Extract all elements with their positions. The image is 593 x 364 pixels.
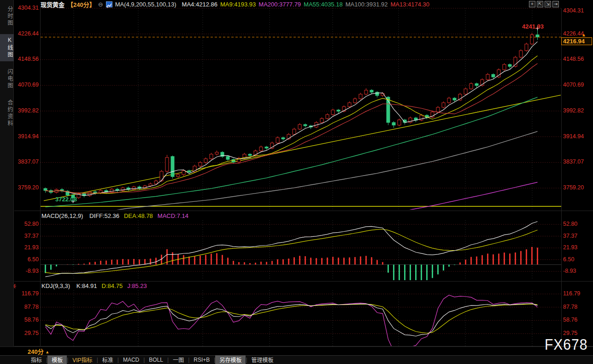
y-axis-label: 4226.44 — [15, 30, 39, 37]
detach-icon[interactable]: ⇥ — [552, 1, 559, 7]
ma-legend-item: MA9:4193.93 — [220, 1, 256, 8]
macd-panel-header: MACD(26,12,9) DIFF:52.36DEA:48.78MACD:7.… — [41, 212, 193, 219]
sidebar-item-lightning-chart[interactable]: 闪电图 — [0, 66, 14, 92]
sidebar-item-time-chart[interactable]: 分时图 — [0, 3, 14, 29]
fx678-watermark: FX678 — [545, 336, 587, 353]
y-axis-label: 3992.82 — [15, 107, 39, 114]
y-axis-label: 6.50 — [15, 256, 39, 263]
y-axis-label: 87.78 — [563, 304, 577, 310]
ma-legend-item: MA55:4035.18 — [304, 1, 343, 8]
scale-right-icon[interactable]: ⇲ — [545, 1, 551, 7]
tab-standard[interactable]: 标准 — [98, 355, 117, 364]
y-axis-label: -8.93 — [15, 268, 39, 274]
y-axis-label: 21.93 — [563, 244, 577, 251]
tab-macd[interactable]: MACD — [119, 356, 143, 364]
scale-left-icon[interactable]: ⇱ — [537, 1, 543, 7]
chart-type-sidebar: 分时图K线图闪电图合约资料 — [0, 0, 14, 346]
y-axis-label: 37.37 — [15, 233, 39, 239]
ma-legend: MA4:4212.86MA9:4193.93MA200:3777.79MA55:… — [179, 0, 429, 8]
instrument-title: 现货黄金 — [41, 0, 65, 9]
indicator-value-label: J:85.23 — [127, 282, 147, 289]
y-axis-label: 29.75 — [15, 330, 39, 336]
sidebar-item-kline-chart[interactable]: K线图 — [0, 34, 14, 61]
tab-rsi-b[interactable]: RSI+B — [189, 356, 214, 364]
chart-canvas[interactable] — [0, 0, 593, 364]
chart-window-controls: +⇱⇲⇥ — [529, 1, 559, 7]
timeframe-arrow-icon: ▲ — [45, 350, 49, 354]
indicator-value-label: D:84.75 — [102, 282, 123, 289]
tab-template[interactable]: 模板 — [47, 355, 67, 364]
timeframe-badge: 【240分】 — [67, 0, 95, 9]
collapse-icon[interactable]: ⊖ — [98, 1, 103, 8]
y-axis-label: 58.76 — [563, 317, 577, 323]
indicator-toolbar: 指标|模板|VIP指标|标准|MACD|BOLL|一图|RSI+B|另存模板|管… — [0, 355, 593, 364]
y-axis-label: 116.79 — [15, 290, 39, 297]
y-axis-label: 116.79 — [563, 290, 580, 297]
y-axis-label: 58.76 — [15, 317, 39, 323]
y-axis-label: 4148.56 — [563, 56, 584, 62]
y-axis-label: 3759.20 — [15, 184, 39, 191]
y-axis-label: 3992.82 — [563, 107, 584, 114]
indicator-value-label: MACD:7.14 — [158, 212, 188, 219]
y-axis-label: 3759.20 — [563, 184, 584, 191]
ma-legend-item: MA200:3777.79 — [258, 1, 301, 8]
y-axis-label: 3837.07 — [15, 159, 39, 165]
pan-icon[interactable]: + — [529, 1, 535, 7]
y-axis-label: 52.80 — [563, 221, 577, 227]
y-axis-label: 29.75 — [563, 330, 577, 336]
y-axis-label: 3914.94 — [15, 133, 39, 140]
y-axis-label: 21.93 — [15, 244, 39, 251]
tab-one-chart[interactable]: 一图 — [169, 355, 188, 364]
period-low-label: 3722.08 — [55, 196, 77, 203]
kdj-panel-header: KDJ(9,3,3) K:84.91D:84.75J:85.23 — [41, 282, 152, 289]
chart-application: 分时图K线图闪电图合约资料 现货黄金 【240分】 ⊖ MA(4,9,200,5… — [0, 0, 593, 364]
ma-legend-item: MA4:4212.86 — [182, 1, 217, 8]
y-axis-label: 4070.69 — [15, 82, 39, 88]
y-axis-label: 87.78 — [15, 304, 39, 310]
y-axis-label: 4070.69 — [563, 82, 584, 88]
y-axis-label: 37.37 — [563, 233, 577, 239]
current-price-box: 4216.94 — [561, 37, 592, 45]
ma-legend-item: MA13:4174.30 — [390, 1, 429, 8]
ma-settings-icon[interactable] — [106, 1, 112, 7]
y-axis-label: 3837.07 — [563, 159, 584, 165]
y-axis-label: 4226.44 — [563, 30, 584, 37]
y-axis-label: 6.50 — [563, 256, 574, 263]
ma-legend-item: MA100:3931.92 — [346, 1, 388, 8]
indicator-value-label: DIFF:52.36 — [89, 212, 119, 219]
y-axis-label: 4148.56 — [15, 56, 39, 62]
date-axis-row: 09/2609/3010/0210/0410/0810/1010/1410/16 — [0, 346, 593, 355]
y-axis-label: 52.80 — [15, 221, 39, 227]
y-axis-label: 3914.94 — [563, 133, 584, 140]
timeframe-label: 240分 — [28, 348, 44, 355]
y-axis-label: 4304.31 — [563, 7, 584, 14]
tab-save-template[interactable]: 另存模板 — [215, 355, 246, 364]
indicator-value-label: DEA:48.78 — [124, 212, 153, 219]
y-axis-label: -8.93 — [563, 268, 576, 274]
tab-boll[interactable]: BOLL — [145, 356, 167, 364]
kdj-params-label[interactable]: KDJ(9,3,3) — [41, 282, 70, 289]
macd-params-label[interactable]: MACD(26,12,9) — [41, 212, 83, 219]
ma-params-label[interactable]: MA(4,9,200,55,100,13) — [115, 1, 176, 8]
timeframe-selector[interactable]: 240分 ▲ — [28, 347, 49, 356]
tab-indicators[interactable]: 指标 — [27, 355, 46, 364]
indicator-value-label: K:84.91 — [76, 282, 97, 289]
price-up-arrow-icon: ▲ — [581, 32, 586, 37]
tab-vip-indicators[interactable]: VIP指标 — [68, 355, 96, 364]
sidebar-item-contract-info[interactable]: 合约资料 — [0, 97, 14, 130]
chart-header: 现货黄金 【240分】 ⊖ MA(4,9,200,55,100,13) MA4:… — [17, 0, 429, 8]
period-high-label: 4241.93 — [522, 23, 544, 30]
tab-manage-template[interactable]: 管理模板 — [247, 355, 278, 364]
